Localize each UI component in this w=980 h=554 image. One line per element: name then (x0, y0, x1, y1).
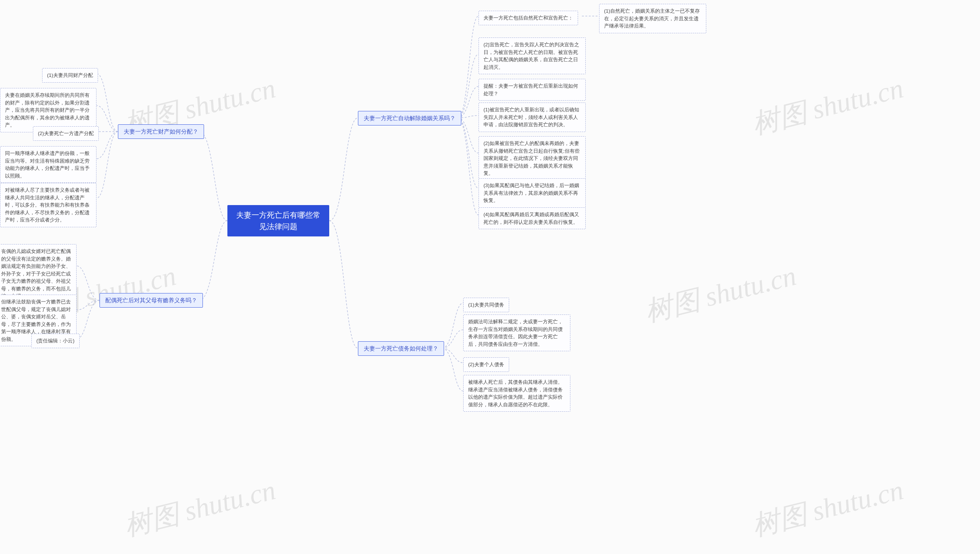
leaf-remarried-divorced: (4)如果其配偶再婚后又离婚或再婚后配偶又死亡的，则不得认定原夫妻关系自行恢复。 (479, 207, 586, 229)
leaf-revoke-declaration: (1)被宣告死亡的人重新出现，或者以后确知失踪人并未死亡时，须经本人或利害关系人… (479, 103, 586, 132)
leaf-joint-debt-head: (1)夫妻共同债务 (463, 298, 509, 312)
center-topic[interactable]: 夫妻一方死亡后有哪些常见法律问题 (227, 205, 329, 236)
leaf-declared-death: (2)宣告死亡，宣告失踪人死亡的判决宣告之日，为被宣告死亡人死亡的日期。被宣告死… (479, 37, 586, 74)
branch-property-division[interactable]: 夫妻一方死亡财产如何分配？ (118, 124, 204, 139)
leaf-personal-debt-body: 被继承人死亡后，其债务由其继承人清偿。继承遗产应当清偿被继承人债务，清偿债务以他… (463, 375, 570, 412)
watermark: 树图 shutu.cn (120, 472, 279, 545)
leaf-remarried: (3)如果其配偶已与他人登记结婚，后一婚姻关系具有法律效力，其原来的婚姻关系不再… (479, 178, 586, 208)
leaf-joint-property-body: 夫妻在婚姻关系存续期间所的共同所有的财产，除有约定的以外，如果分割遗产，应当先将… (0, 88, 96, 132)
leaf-reappear-prompt: 提醒：夫妻一方被宣告死亡后重新出现如何处理？ (479, 79, 586, 101)
leaf-equal-share: 同一顺序继承人继承遗产的份额，一般应当均等。对生活有特殊困难的缺乏劳动能力的继承… (0, 146, 96, 183)
watermark: 树图 shutu.cn (748, 472, 907, 545)
branch-label: 夫妻一方死亡财产如何分配？ (124, 127, 198, 136)
center-topic-label: 夫妻一方死亡后有哪些常见法律问题 (234, 209, 323, 232)
leaf-death-types-head: 夫妻一方死亡包括自然死亡和宣告死亡： (479, 11, 578, 25)
leaf-joint-debt-body: 婚姻法司法解释二规定，夫或妻一方死亡，生存一方应当对婚姻关系存续期间的共同债务承… (463, 314, 570, 351)
leaf-decedent-property-head: (2)夫妻死亡一方遗产分配 (33, 126, 99, 141)
branch-debt-handling[interactable]: 夫妻一方死亡债务如何处理？ (358, 341, 444, 356)
watermark: 树图 shutu.cn (748, 70, 907, 143)
branch-label: 夫妻一方死亡债务如何处理？ (364, 344, 438, 353)
leaf-personal-debt-head: (2)夫妻个人债务 (463, 357, 509, 372)
branch-label: 夫妻一方死亡自动解除婚姻关系吗？ (364, 114, 456, 123)
leaf-joint-property-head: (1)夫妻共同财产分配 (42, 68, 98, 83)
branch-marriage-dissolve[interactable]: 夫妻一方死亡自动解除婚姻关系吗？ (358, 111, 461, 125)
leaf-editor-credit: (责任编辑：小云) (31, 334, 80, 348)
leaf-natural-death: (1)自然死亡，婚姻关系的主体之一已不复存在，必定引起夫妻关系的消灭，并且发生遗… (599, 4, 706, 33)
leaf-unmarried-restore: (2)如果被宣告死亡人的配偶未再婚的，夫妻关系从撤销死亡宣告之日起自行恢复;但有… (479, 136, 586, 181)
leaf-support-share: 对被继承人尽了主要扶养义务或者与被继承人共同生活的继承人，分配遗产时，可以多分。… (0, 183, 96, 227)
watermark: 树图 shutu.cn (641, 257, 800, 331)
branch-label: 配偶死亡后对其父母有赡养义务吗？ (105, 296, 197, 305)
branch-support-parents[interactable]: 配偶死亡后对其父母有赡养义务吗？ (100, 293, 203, 308)
